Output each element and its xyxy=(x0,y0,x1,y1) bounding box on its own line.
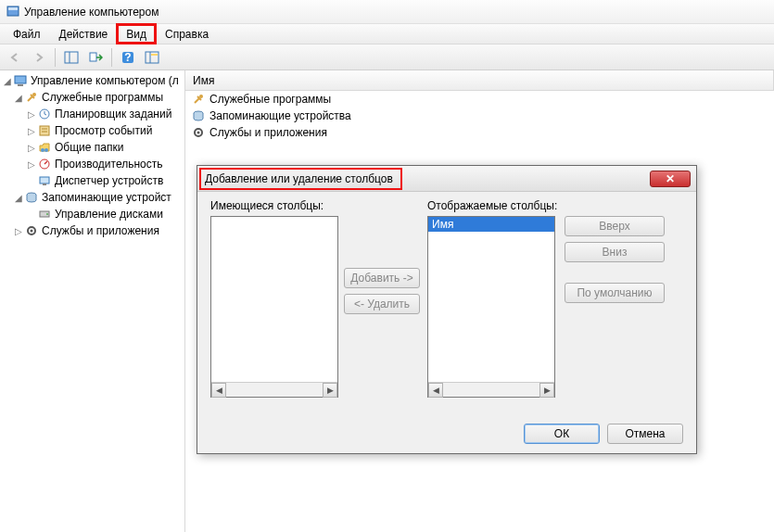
expander-icon[interactable]: ▷ xyxy=(26,143,37,153)
storage-icon xyxy=(24,190,39,205)
column-header-label: Имя xyxy=(193,74,214,87)
nav-back-button[interactable] xyxy=(4,47,26,68)
svg-rect-4 xyxy=(90,53,96,61)
tree-label: Производительность xyxy=(55,158,162,171)
scroll-right-button[interactable]: ▶ xyxy=(539,383,554,398)
dialog-title-bar[interactable]: Добавление или удаление столбцов ✕ xyxy=(197,166,696,192)
tree-label: Управление дисками xyxy=(55,208,163,221)
scroll-left-button[interactable]: ◀ xyxy=(428,383,443,398)
show-hide-tree-button[interactable] xyxy=(60,47,82,68)
scroll-left-button[interactable]: ◀ xyxy=(211,383,226,398)
tree-performance[interactable]: ▷ Производительность xyxy=(0,156,184,172)
menu-action[interactable]: Действие xyxy=(50,24,118,44)
tree-device-manager[interactable]: Диспетчер устройств xyxy=(0,172,184,189)
device-icon xyxy=(37,173,52,188)
menu-file-label: Файл xyxy=(13,28,41,41)
tree-shared-folders[interactable]: ▷ Общие папки xyxy=(0,139,184,156)
expander-icon[interactable]: ▷ xyxy=(13,226,24,236)
event-log-icon xyxy=(37,123,52,138)
list-item[interactable]: Служебные программы xyxy=(185,91,774,108)
available-columns-listbox[interactable]: ◀ ▶ xyxy=(210,216,338,398)
menu-view-label: Вид xyxy=(126,28,146,41)
tree-label: Общие папки xyxy=(55,141,123,154)
tree-pane[interactable]: ◢ Управление компьютером (л ◢ Служебные … xyxy=(0,70,185,532)
scrollbar[interactable]: ◀ ▶ xyxy=(428,382,554,397)
svg-rect-21 xyxy=(43,184,46,185)
tree-label: Планировщик заданий xyxy=(55,108,171,120)
clock-icon xyxy=(37,107,52,121)
column-header-name[interactable]: Имя xyxy=(185,70,774,91)
expander-icon[interactable]: ▷ xyxy=(26,159,37,170)
nav-forward-button[interactable] xyxy=(28,47,50,68)
svg-rect-20 xyxy=(40,177,49,184)
tools-icon xyxy=(24,90,39,105)
help-button[interactable]: ? xyxy=(117,47,139,68)
toolbar-separator xyxy=(111,48,112,67)
list-item[interactable]: Запоминающие устройства xyxy=(185,108,774,124)
storage-icon xyxy=(191,108,206,123)
menu-bar: Файл Действие Вид Справка xyxy=(0,24,774,44)
move-up-button[interactable]: Вверх xyxy=(565,216,665,236)
menu-help-label: Справка xyxy=(165,28,209,41)
columns-dialog: Добавление или удаление столбцов ✕ Имеющ… xyxy=(197,165,697,454)
move-down-button[interactable]: Вниз xyxy=(565,242,665,262)
ok-button[interactable]: ОК xyxy=(524,424,600,444)
properties-button[interactable] xyxy=(141,47,163,68)
tree-storage[interactable]: ◢ Запоминающие устройст xyxy=(0,189,184,206)
export-button[interactable] xyxy=(84,47,107,68)
restore-defaults-button[interactable]: По умолчанию xyxy=(565,283,665,303)
expander-icon[interactable]: ◢ xyxy=(2,76,13,86)
svg-rect-1 xyxy=(8,7,18,10)
displayed-columns-label: Отображаемые столбцы: xyxy=(427,199,557,212)
spacer xyxy=(565,268,665,277)
shared-folder-icon xyxy=(37,140,52,155)
tools-icon xyxy=(191,92,206,107)
disk-icon xyxy=(37,207,52,222)
remove-column-button[interactable]: <- Удалить xyxy=(344,294,420,314)
expander-icon[interactable]: ◢ xyxy=(13,193,24,203)
tree-scheduler[interactable]: ▷ Планировщик заданий xyxy=(0,106,184,122)
menu-view[interactable]: Вид xyxy=(117,24,156,44)
dialog-close-button[interactable]: ✕ xyxy=(650,171,691,187)
add-column-button[interactable]: Добавить -> xyxy=(344,268,420,288)
dialog-title: Добавление или удаление столбцов xyxy=(205,172,393,185)
svg-point-30 xyxy=(197,132,200,134)
tree-label: Службы и приложения xyxy=(42,224,159,237)
tree-label: Диспетчер устройств xyxy=(55,174,163,187)
services-icon xyxy=(24,223,39,238)
services-icon xyxy=(191,125,206,140)
displayed-column-item[interactable]: Имя xyxy=(428,217,554,232)
expander-icon[interactable]: ▷ xyxy=(26,109,37,120)
list-item[interactable]: Службы и приложения xyxy=(185,124,774,141)
cancel-button[interactable]: Отмена xyxy=(607,424,683,444)
close-icon: ✕ xyxy=(666,172,675,185)
svg-point-27 xyxy=(199,95,203,98)
scroll-right-button[interactable]: ▶ xyxy=(323,383,337,398)
tree-event-viewer[interactable]: ▷ Просмотр событий xyxy=(0,122,184,139)
expander-icon[interactable]: ▷ xyxy=(26,126,37,136)
transfer-buttons: Добавить -> <- Удалить xyxy=(344,268,420,314)
menu-help[interactable]: Справка xyxy=(156,24,218,44)
expander-icon[interactable]: ◢ xyxy=(13,93,24,103)
listbox-inner[interactable]: Имя xyxy=(428,217,554,382)
listbox-inner[interactable] xyxy=(211,217,337,382)
list-item-label: Запоминающие устройства xyxy=(209,109,351,122)
tree-services[interactable]: ▷ Службы и приложения xyxy=(0,222,184,239)
computer-icon xyxy=(13,73,28,88)
window-title-bar: Управление компьютером xyxy=(0,0,774,24)
toolbar: ? xyxy=(0,44,774,70)
displayed-columns-listbox[interactable]: Имя ◀ ▶ xyxy=(427,216,555,398)
svg-point-24 xyxy=(46,213,48,215)
svg-rect-2 xyxy=(65,52,78,63)
svg-rect-9 xyxy=(151,54,158,56)
scrollbar[interactable]: ◀ ▶ xyxy=(211,382,337,397)
tree-root[interactable]: ◢ Управление компьютером (л xyxy=(0,72,184,89)
order-buttons: Вверх Вниз По умолчанию xyxy=(565,216,665,303)
performance-icon xyxy=(37,157,52,171)
menu-file[interactable]: Файл xyxy=(4,24,50,44)
tree-service-programs[interactable]: ◢ Служебные программы xyxy=(0,89,184,106)
dialog-title-highlight: Добавление или удаление столбцов xyxy=(201,170,400,188)
svg-text:?: ? xyxy=(124,51,131,64)
svg-rect-14 xyxy=(40,126,49,135)
tree-disk-management[interactable]: Управление дисками xyxy=(0,206,184,222)
